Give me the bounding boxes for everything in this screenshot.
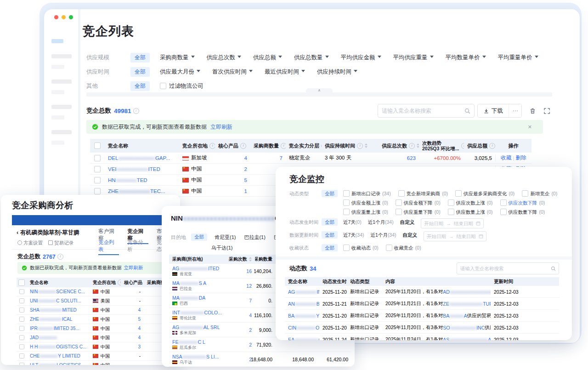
text[interactable]: BA [443, 313, 449, 319]
text[interactable]: YER ... [316, 313, 319, 319]
refresh-now-link[interactable]: 立即刷新 [210, 123, 232, 131]
filter-all-chip[interactable]: 全部 [322, 231, 338, 239]
text[interactable]: S A [199, 280, 206, 286]
favorite-link[interactable]: 收藏 [501, 154, 511, 161]
checkbox[interactable] [500, 199, 507, 206]
text[interactable]: VEI [108, 166, 117, 172]
sidebar-item[interactable] [51, 90, 64, 94]
purchase-times-cell[interactable]: 2 [226, 327, 255, 333]
checkbox[interactable] [500, 209, 507, 215]
filter-collapse-bar[interactable]: ∧ [86, 92, 552, 97]
checkbox[interactable] [398, 190, 405, 197]
text[interactable]: IPR [30, 326, 38, 331]
checkbox[interactable] [94, 166, 101, 172]
filter-checkbox[interactable]: 收藏动态(0) [343, 244, 379, 251]
refresh-now-link[interactable]: 立即刷新 [124, 265, 143, 271]
core-products-cell[interactable]: 2 [215, 166, 250, 172]
filter-checkbox[interactable]: 供应金额上涨(0) [343, 199, 388, 206]
text[interactable]: AN [288, 301, 295, 307]
custom-option[interactable]: 自定义 [400, 218, 415, 226]
text[interactable]: TED [137, 177, 147, 183]
core-products-cell[interactable]: 4 [121, 307, 144, 313]
filter-checkbox[interactable]: 供应数量下降(0) [500, 208, 545, 216]
filter-checkbox[interactable]: 供应次数上涨(0) [448, 199, 493, 206]
text[interactable]: TEC... [150, 188, 165, 194]
text[interactable]: DEL [108, 155, 118, 161]
checkbox[interactable] [19, 307, 24, 313]
sidebar-item[interactable] [51, 65, 64, 69]
filter-all-chip[interactable]: 全部 [322, 190, 338, 197]
checkbox[interactable] [343, 190, 350, 197]
filter-dropdown[interactable]: 平均重量单价 [498, 54, 538, 62]
text[interactable]: EA [288, 337, 294, 341]
filter-dropdown[interactable]: 采购商数量 [160, 54, 195, 62]
checkbox[interactable] [19, 344, 24, 349]
text[interactable]: C L [198, 339, 205, 345]
sidebar-item[interactable] [51, 39, 63, 43]
filter-dropdown[interactable]: 供应持续时间 [317, 68, 357, 76]
text[interactable]: ZHE [108, 188, 119, 194]
checkbox[interactable] [455, 190, 462, 197]
competitor-search-input[interactable] [378, 104, 475, 118]
filter-checkbox[interactable]: 新增出口记录(34) [343, 190, 391, 197]
purchase-times-cell[interactable]: 2 [226, 342, 255, 347]
checkbox[interactable] [448, 209, 454, 215]
text[interactable]: BA [288, 313, 294, 319]
text[interactable]: FE [172, 339, 178, 345]
date-range-input[interactable]: 开始日期→结束日期 [424, 231, 486, 241]
filter-dropdown[interactable]: 平均供应重量 [393, 54, 434, 62]
text[interactable]: ITED [208, 266, 219, 271]
text[interactable]: AD [443, 289, 450, 295]
filter-all-chip[interactable]: 全部 [130, 81, 150, 91]
subtab-competition-analysis[interactable]: 竞争分析 [127, 239, 148, 255]
monitor-search-input[interactable] [457, 266, 551, 271]
text[interactable]: ITED [148, 166, 160, 172]
purchase-times-cell[interactable]: 16 [226, 268, 255, 274]
filter-checkbox[interactable]: 竞企新增采购商(0) [398, 190, 448, 197]
text[interactable]: MITED [62, 307, 77, 313]
core-products-cell[interactable]: 4 [215, 155, 250, 161]
text[interactable]: A [464, 313, 467, 319]
core-products-cell[interactable]: 4 [121, 335, 144, 340]
filter-dropdown[interactable]: 平均供应金额 [341, 54, 381, 62]
text[interactable]: AL SRL [204, 324, 220, 330]
filter-dropdown[interactable]: 最近供应时间 [265, 68, 305, 76]
time-option[interactable]: 近7天(0) [343, 218, 362, 226]
scheme-settings-button[interactable]: 方案设置 [17, 240, 43, 246]
text[interactable]: INC [476, 325, 485, 330]
text[interactable]: CHE [30, 353, 40, 359]
checkbox[interactable] [396, 199, 402, 206]
sidebar-item[interactable] [51, 115, 64, 120]
filter-checkbox[interactable]: 过滤物流公司 [160, 82, 204, 90]
checkbox[interactable] [94, 177, 101, 183]
destination-option[interactable]: 巴拉圭(1) [244, 234, 265, 241]
core-products-cell[interactable]: 5 [215, 177, 250, 183]
filter-dropdown[interactable]: 供应最大月份 [160, 68, 200, 76]
text[interactable]: SO [443, 325, 450, 330]
core-products-cell[interactable]: 1 [215, 188, 250, 194]
banner-close-icon[interactable]: ✕ [522, 124, 537, 130]
core-products-cell[interactable]: 3 [121, 344, 144, 349]
checkbox[interactable] [94, 155, 101, 161]
text[interactable]: UNI [30, 298, 38, 303]
filter-checkbox[interactable]: 供应金额下降(0) [396, 199, 441, 206]
text[interactable]: GAP... [155, 155, 170, 161]
filter-checkbox[interactable]: 供应最多采购商变化(0) [455, 190, 514, 197]
text[interactable]: IMITED 35... [54, 326, 79, 331]
text[interactable]: CIN [288, 325, 296, 330]
filter-checkbox[interactable]: 新增竞企(0) [522, 190, 557, 197]
sidebar-item[interactable] [51, 54, 72, 58]
filter-all-chip[interactable]: 全部 [130, 53, 150, 63]
checkbox[interactable] [19, 326, 24, 331]
text[interactable]: SHA [30, 307, 40, 313]
text[interactable]: HN [108, 177, 116, 183]
date-range-input[interactable]: 开始日期→结束日期 [421, 218, 484, 228]
trade-records-button[interactable]: 贸易记录 [48, 240, 74, 246]
text[interactable]: COLO... [204, 310, 222, 315]
checkbox[interactable] [396, 209, 402, 215]
text[interactable]: OGIS... [316, 325, 319, 330]
checkbox[interactable] [448, 199, 454, 206]
filter-checkbox[interactable]: 供应重量上涨(0) [343, 208, 388, 216]
time-option[interactable]: 近1个月(34) [371, 231, 396, 239]
checkbox[interactable] [522, 190, 528, 197]
